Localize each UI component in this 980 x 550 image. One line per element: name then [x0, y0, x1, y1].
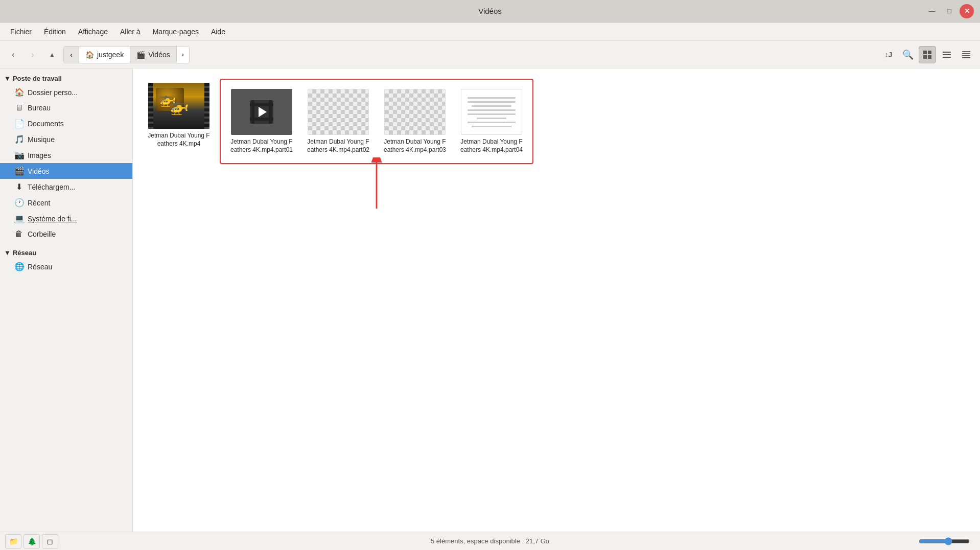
menubar: Fichier Édition Affichage Aller à Marque… [0, 22, 980, 41]
sidebar-item-images[interactable]: 📷 Images [0, 147, 132, 163]
close-button[interactable]: ✕ [960, 4, 974, 18]
breadcrumb: ‹ 🏠 justgeek 🎬 Vidéos › [63, 46, 190, 63]
svg-rect-10 [962, 57, 970, 58]
file-thumbnail-part04 [461, 89, 522, 135]
sidebar-item-images-label: Images [28, 151, 51, 159]
svg-rect-7 [962, 51, 970, 52]
menu-aide[interactable]: Aide [206, 26, 230, 38]
sidebar: ▼ Poste de travail 🏠 Dossier perso... 🖥 … [0, 68, 133, 532]
doc-line-6 [477, 118, 507, 119]
statusbar-text: 5 éléments, espace disponible : 21,7 Go [431, 537, 549, 545]
file-grid: 🚁 Jetman Dubai Young Feathers 4K.mp4 [143, 79, 970, 164]
filmstrip-left [148, 83, 153, 129]
doc-line-8 [472, 126, 511, 127]
view-compact-button[interactable] [958, 46, 975, 63]
reseau-icon: 🌐 [14, 262, 24, 271]
sidebar-item-systeme[interactable]: 💻 Système de fi... [0, 211, 132, 226]
sort-button[interactable]: ↕J [880, 46, 897, 63]
sidebar-item-telechargements[interactable]: ⬇ Téléchargem... [0, 179, 132, 195]
section-collapse-icon: ▼ [4, 75, 11, 82]
sidebar-item-recent[interactable]: 🕐 Récent [0, 195, 132, 211]
selection-container: Jetman Dubai Young Feathers 4K.mp4.part0… [220, 79, 533, 164]
view-icons-button[interactable] [919, 46, 936, 63]
svg-rect-1 [928, 51, 931, 54]
menu-edition[interactable]: Édition [39, 26, 71, 38]
sidebar-item-corbeille[interactable]: 🗑 Corbeille [0, 226, 132, 242]
statusbar-right [919, 537, 970, 545]
minimize-button[interactable]: — [925, 4, 939, 18]
sidebar-item-videos[interactable]: 🎬 Vidéos [0, 163, 132, 179]
statusbar-btn-terminal[interactable]: ◻ [42, 534, 58, 548]
forward-button[interactable]: › [25, 47, 41, 63]
sidebar-item-home-label: Dossier perso... [28, 88, 78, 97]
back-button[interactable]: ‹ [5, 47, 21, 63]
doc-line-5 [468, 113, 515, 115]
breadcrumb-left-button[interactable]: ‹ [64, 46, 79, 63]
sidebar-item-musique[interactable]: 🎵 Musique [0, 131, 132, 147]
toolbar: ‹ › ▲ ‹ 🏠 justgeek 🎬 Vidéos › ↕J 🔍 [0, 41, 980, 68]
file-name-part02: Jetman Dubai Young Feathers 4K.mp4.part0… [307, 138, 370, 154]
section-workstation[interactable]: ▼ Poste de travail [0, 73, 132, 84]
maximize-button[interactable]: □ [942, 4, 956, 18]
telechargements-icon: ⬇ [14, 182, 24, 192]
sidebar-item-telechargements-label: Téléchargem... [28, 183, 75, 191]
menu-marque-pages[interactable]: Marque-pages [148, 26, 204, 38]
annotation-arrow-container [361, 157, 392, 210]
section-network-collapse-icon: ▼ [4, 249, 11, 257]
doc-line-3 [472, 105, 511, 107]
recent-icon: 🕐 [14, 198, 24, 208]
list-icon [942, 50, 952, 60]
doc-line-2 [468, 101, 515, 103]
list-item[interactable]: Jetman Dubai Young Feathers 4K.mp4.part0… [379, 85, 451, 158]
titlebar: Vidéos — □ ✕ [0, 0, 980, 22]
section-workstation-label: Poste de travail [13, 75, 62, 82]
breadcrumb-videos-label: Vidéos [148, 51, 170, 59]
sidebar-item-documents[interactable]: 📄 Documents [0, 116, 132, 131]
breadcrumb-videos[interactable]: 🎬 Vidéos [130, 46, 177, 63]
breadcrumb-home[interactable]: 🏠 justgeek [79, 46, 130, 63]
svg-rect-0 [923, 51, 927, 54]
helicopter-emoji: 🚁 [169, 96, 189, 116]
breadcrumb-right-button[interactable]: › [177, 46, 189, 63]
menu-affichage[interactable]: Affichage [73, 26, 113, 38]
sidebar-item-recent-label: Récent [28, 199, 50, 207]
file-thumbnail-part01 [231, 89, 292, 135]
file-name-part03: Jetman Dubai Young Feathers 4K.mp4.part0… [383, 138, 447, 154]
systeme-icon: 💻 [14, 214, 24, 223]
doc-line-7 [468, 122, 515, 123]
filmstrip-right [204, 83, 209, 129]
content-area: 🚁 Jetman Dubai Young Feathers 4K.mp4 [133, 68, 980, 532]
sidebar-item-bureau[interactable]: 🖥 Bureau [0, 100, 132, 116]
corbeille-icon: 🗑 [14, 230, 24, 239]
svg-rect-6 [943, 57, 951, 58]
view-list-button[interactable] [938, 46, 955, 63]
list-item[interactable]: Jetman Dubai Young Feathers 4K.mp4.part0… [456, 85, 527, 158]
sidebar-item-systeme-label: Système de fi... [28, 215, 77, 223]
menu-aller[interactable]: Aller à [115, 26, 146, 38]
sidebar-item-home[interactable]: 🏠 Dossier perso... [0, 84, 132, 100]
video-folder-icon: 🎬 [136, 51, 145, 59]
svg-rect-5 [943, 54, 951, 55]
window-controls: — □ ✕ [925, 4, 974, 18]
list-item[interactable]: Jetman Dubai Young Feathers 4K.mp4.part0… [302, 85, 374, 158]
statusbar: 📁 🌲 ◻ 5 éléments, espace disponible : 21… [0, 532, 980, 550]
doc-line-4 [468, 109, 515, 111]
statusbar-btn-folder[interactable]: 📁 [5, 534, 21, 548]
svg-rect-14 [250, 103, 273, 106]
svg-rect-9 [962, 55, 970, 56]
sidebar-item-reseau[interactable]: 🌐 Réseau [0, 259, 132, 274]
list-item[interactable]: 🚁 Jetman Dubai Young Feathers 4K.mp4 [143, 79, 215, 152]
film-icon [249, 99, 274, 125]
statusbar-btn-tree[interactable]: 🌲 [24, 534, 40, 548]
videos-icon: 🎬 [14, 166, 24, 176]
search-button[interactable]: 🔍 [899, 46, 917, 63]
file-thumbnail-part03 [384, 89, 446, 135]
section-network[interactable]: ▼ Réseau [0, 247, 132, 259]
bureau-icon: 🖥 [14, 103, 24, 112]
sidebar-item-corbeille-label: Corbeille [28, 230, 56, 238]
sidebar-item-musique-label: Musique [28, 135, 55, 144]
up-button[interactable]: ▲ [44, 47, 60, 63]
list-item[interactable]: Jetman Dubai Young Feathers 4K.mp4.part0… [226, 85, 297, 158]
menu-fichier[interactable]: Fichier [5, 26, 37, 38]
zoom-slider[interactable] [919, 537, 970, 545]
